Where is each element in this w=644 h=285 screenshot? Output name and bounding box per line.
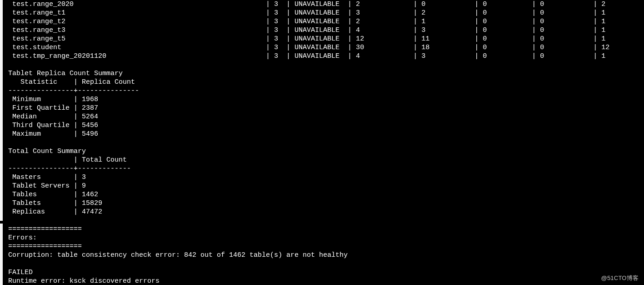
left-margin-strip-break [0,221,3,224]
terminal-output: test.range_2020 | 3 | UNAVAILABLE | 2 | … [0,0,644,285]
left-margin-strip [0,0,3,285]
watermark: @51CTO博客 [601,274,639,282]
